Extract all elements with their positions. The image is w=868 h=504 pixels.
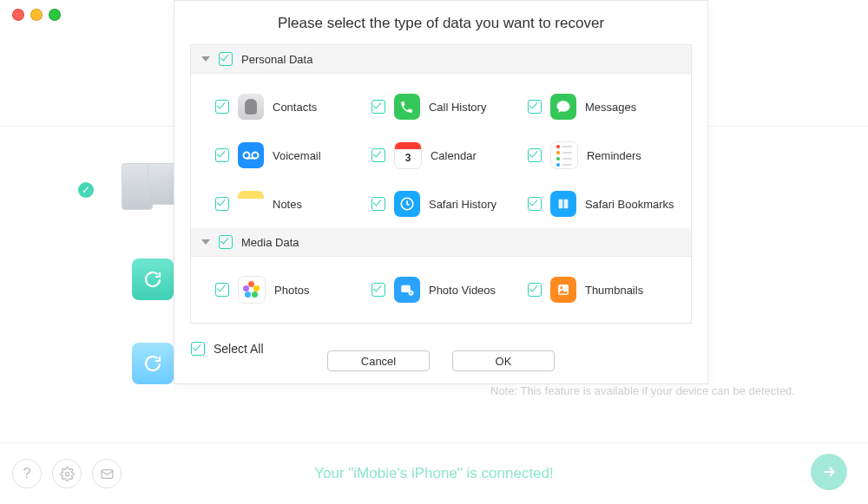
feature-note: Note: This feature is available if your … (490, 384, 795, 397)
contacts-icon (238, 94, 264, 120)
footer: ? Your "iMobie's iPhone" is connected! (0, 442, 868, 504)
checkbox[interactable] (215, 283, 229, 297)
safari-history-icon (394, 191, 420, 217)
item-notes[interactable]: Notes (215, 180, 372, 228)
svg-point-2 (244, 153, 250, 159)
item-label: Contacts (273, 101, 317, 114)
section-checkbox[interactable] (219, 235, 233, 249)
section-header-media[interactable]: Media Data (191, 228, 691, 257)
svg-point-8 (560, 286, 562, 289)
dialog-buttons: Cancel OK (174, 350, 707, 371)
section-title: Media Data (241, 236, 299, 249)
checkbox[interactable] (372, 283, 385, 297)
recover-icloud-icon[interactable] (132, 343, 174, 384)
item-label: Call History (429, 101, 486, 114)
dialog-title: Please select the type of data you want … (174, 15, 707, 32)
checkbox[interactable] (215, 100, 229, 114)
item-label: Voicemail (273, 149, 321, 162)
item-voicemail[interactable]: Voicemail (215, 131, 372, 180)
voicemail-icon (238, 142, 264, 168)
checkbox[interactable] (372, 148, 385, 162)
chevron-down-icon (201, 56, 210, 62)
item-safari-bookmarks[interactable]: Safari Bookmarks (528, 180, 684, 228)
item-reminders[interactable]: Reminders (528, 131, 684, 180)
cancel-button[interactable]: Cancel (327, 350, 430, 371)
checkbox[interactable] (372, 197, 385, 211)
svg-rect-5 (401, 285, 411, 292)
item-label: Thumbnails (585, 284, 643, 297)
section-header-personal[interactable]: Personal Data (191, 45, 691, 74)
item-contacts[interactable]: Contacts (215, 82, 372, 131)
media-grid: Photos Photo Videos Thumbnails (191, 257, 691, 323)
photo-videos-icon (394, 277, 420, 303)
section-checkbox[interactable] (219, 52, 233, 66)
phone-icon (394, 94, 420, 120)
item-label: Safari History (429, 198, 496, 211)
next-button[interactable] (811, 454, 847, 490)
item-label: Calendar (431, 149, 477, 162)
select-data-dialog: Please select the type of data you want … (174, 0, 708, 384)
item-messages[interactable]: Messages (528, 82, 684, 131)
checkbox[interactable] (528, 283, 542, 297)
item-thumbnails[interactable]: Thumbnails (528, 265, 684, 314)
checkbox[interactable] (528, 148, 542, 162)
notes-icon (238, 191, 264, 217)
connection-status: Your "iMobie's iPhone" is connected! (0, 465, 868, 482)
checkbox[interactable] (528, 100, 542, 114)
checkbox[interactable] (528, 197, 542, 211)
thumbnails-icon (550, 277, 576, 303)
chevron-down-icon (201, 239, 210, 245)
item-safari-history[interactable]: Safari History (372, 180, 528, 228)
step-complete-icon: ✓ (78, 182, 94, 198)
checkbox[interactable] (372, 100, 385, 114)
item-label: Notes (273, 198, 302, 211)
checkbox[interactable] (215, 148, 229, 162)
item-photos[interactable]: Photos (215, 265, 372, 314)
messages-icon (550, 94, 576, 120)
section-title: Personal Data (241, 53, 312, 66)
ok-button[interactable]: OK (452, 350, 555, 371)
photos-icon (238, 276, 266, 304)
device-thumbs (122, 163, 179, 210)
item-calendar[interactable]: 3 Calendar (372, 131, 528, 180)
item-label: Photos (274, 284, 309, 297)
item-label: Reminders (587, 149, 641, 162)
item-photo-videos[interactable]: Photo Videos (372, 265, 528, 314)
item-label: Messages (585, 101, 636, 114)
recover-itunes-icon[interactable] (132, 259, 174, 300)
data-panel: Personal Data Contacts Call History M (190, 44, 692, 324)
item-call-history[interactable]: Call History (372, 82, 528, 131)
reminders-icon (550, 141, 578, 169)
calendar-icon: 3 (394, 141, 422, 169)
personal-grid: Contacts Call History Messages (191, 74, 691, 228)
item-label: Photo Videos (429, 284, 496, 297)
checkbox[interactable] (215, 197, 229, 211)
svg-point-3 (253, 153, 259, 159)
item-label: Safari Bookmarks (585, 198, 674, 211)
safari-bookmarks-icon (550, 191, 576, 217)
